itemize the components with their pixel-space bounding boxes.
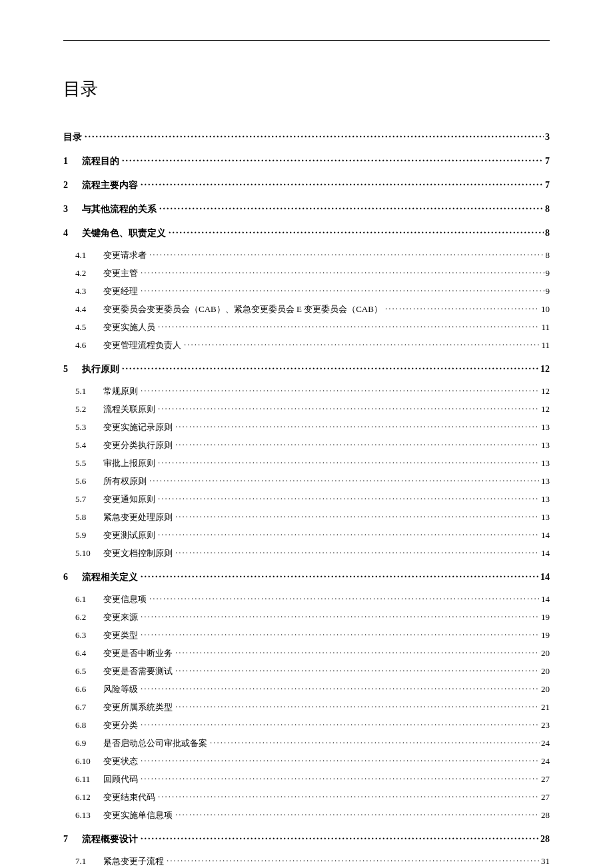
toc-entry[interactable]: 4.1变更请求者8 [63, 249, 550, 261]
toc-entry[interactable]: 5执行原则12 [63, 363, 550, 375]
toc-number: 4.4 [75, 304, 103, 315]
toc-entry[interactable]: 6.10变更状态24 [63, 755, 550, 767]
toc-page-number: 7 [544, 156, 550, 167]
toc-title: 变更分类 [103, 719, 141, 731]
toc-page-number: 24 [540, 738, 550, 749]
toc-entry[interactable]: 6.2变更来源19 [63, 611, 550, 623]
toc-entry[interactable]: 5.3变更实施记录原则13 [63, 421, 550, 433]
toc-number: 6.12 [75, 792, 103, 803]
toc-page-number: 12 [540, 404, 550, 415]
toc-leader-dots [175, 665, 540, 674]
toc-leader-dots [158, 321, 540, 330]
toc-entry[interactable]: 5.6所有权原则13 [63, 475, 550, 487]
toc-number: 4.3 [75, 286, 103, 297]
toc-page-number: 21 [540, 702, 550, 713]
toc-entry[interactable]: 5.8紧急变更处理原则13 [63, 511, 550, 523]
toc-entry[interactable]: 5.9变更测试原则14 [63, 529, 550, 541]
toc-title: 紧急变更子流程 [103, 855, 167, 867]
toc-page-number: 20 [540, 666, 550, 677]
toc-entry[interactable]: 6.8变更分类23 [63, 719, 550, 731]
toc-entry[interactable]: 3与其他流程的关系8 [63, 203, 550, 215]
toc-title: 变更委员会变更委员会（CAB）、紧急变更委员会 E 变更委员会（CAB） [103, 303, 385, 315]
toc-number: 4.5 [75, 322, 103, 333]
toc-page-number: 24 [540, 756, 550, 767]
page-title: 目录 [63, 77, 550, 101]
toc-number: 5.6 [75, 476, 103, 487]
toc-entry[interactable]: 目录3 [63, 131, 550, 143]
toc-entry[interactable]: 5.1常规原则12 [63, 385, 550, 397]
toc-number: 6.1 [75, 594, 103, 605]
toc-title: 变更实施人员 [103, 321, 158, 333]
toc-title: 变更是否中断业务 [103, 647, 175, 659]
toc-page-number: 19 [540, 612, 550, 623]
toc-leader-dots [141, 773, 540, 782]
toc-entry[interactable]: 6.12变更结束代码27 [63, 791, 550, 803]
toc-page-number: 10 [540, 304, 550, 315]
toc-entry[interactable]: 5.2流程关联原则12 [63, 403, 550, 415]
toc-entry[interactable]: 5.7变更通知原则13 [63, 493, 550, 505]
toc-page-number: 28 [539, 834, 550, 845]
toc-entry[interactable]: 6.11回顾代码27 [63, 773, 550, 785]
toc-leader-dots [141, 611, 540, 620]
toc-title: 变更分类执行原则 [103, 439, 175, 451]
toc-entry[interactable]: 6流程相关定义14 [63, 571, 550, 583]
toc-entry[interactable]: 4.5变更实施人员11 [63, 321, 550, 333]
toc-entry[interactable]: 7流程概要设计28 [63, 833, 550, 845]
toc-number: 4.2 [75, 268, 103, 279]
toc-title: 变更所属系统类型 [103, 701, 175, 713]
toc-title: 流程关联原则 [103, 403, 158, 415]
toc-title: 目录 [63, 131, 85, 143]
toc-entry[interactable]: 6.5变更是否需要测试20 [63, 665, 550, 677]
toc-entry[interactable]: 5.5审批上报原则13 [63, 457, 550, 469]
toc-leader-dots [141, 179, 544, 188]
toc-number: 6.8 [75, 720, 103, 731]
toc-page-number: 23 [540, 720, 550, 731]
toc-number: 6.7 [75, 702, 103, 713]
toc-entry[interactable]: 6.4变更是否中断业务20 [63, 647, 550, 659]
toc-entry[interactable]: 4.4变更委员会变更委员会（CAB）、紧急变更委员会 E 变更委员会（CAB）1… [63, 303, 550, 315]
toc-title: 与其他流程的关系 [82, 203, 159, 215]
toc-title: 流程相关定义 [82, 571, 141, 583]
toc-entry[interactable]: 2流程主要内容7 [63, 179, 550, 191]
toc-entry[interactable]: 4.6变更管理流程负责人11 [63, 339, 550, 351]
toc-number: 3 [63, 204, 82, 215]
toc-entry[interactable]: 1流程目的7 [63, 155, 550, 167]
toc-number: 5.8 [75, 512, 103, 523]
toc-leader-dots [175, 647, 540, 656]
toc-number: 6.10 [75, 756, 103, 767]
toc-title: 变更文档控制原则 [103, 547, 175, 559]
toc-page-number: 13 [540, 512, 550, 523]
toc-entry[interactable]: 4.3变更经理9 [63, 285, 550, 297]
toc-title: 变更实施单信息项 [103, 809, 175, 821]
toc-leader-dots [149, 249, 544, 258]
toc-leader-dots [122, 363, 539, 372]
toc-page-number: 13 [540, 458, 550, 469]
toc-page-number: 31 [540, 856, 550, 867]
toc-leader-dots [167, 855, 540, 864]
toc-entry[interactable]: 6.3变更类型19 [63, 629, 550, 641]
toc-page-number: 7 [544, 180, 550, 191]
toc-page-number: 20 [540, 684, 550, 695]
toc-number: 6.9 [75, 738, 103, 749]
toc-entry[interactable]: 6.9是否启动总公司审批或备案24 [63, 737, 550, 749]
toc-entry[interactable]: 4关键角色、职责定义8 [63, 227, 550, 239]
toc-title: 关键角色、职责定义 [82, 227, 169, 239]
toc-page-number: 12 [539, 364, 550, 375]
toc-title: 变更通知原则 [103, 493, 158, 505]
toc-page-number: 14 [540, 594, 550, 605]
toc-entry[interactable]: 4.2变更主管9 [63, 267, 550, 279]
toc-number: 5.1 [75, 386, 103, 397]
toc-entry[interactable]: 5.10变更文档控制原则14 [63, 547, 550, 559]
toc-entry[interactable]: 6.13变更实施单信息项28 [63, 809, 550, 821]
toc-title: 变更来源 [103, 611, 141, 623]
toc-title: 变更类型 [103, 629, 141, 641]
toc-entry[interactable]: 7.1紧急变更子流程31 [63, 855, 550, 867]
toc-page-number: 11 [540, 322, 550, 333]
toc-entry[interactable]: 6.1变更信息项14 [63, 593, 550, 605]
toc-number: 6.2 [75, 612, 103, 623]
toc-number: 4 [63, 228, 82, 239]
toc-entry[interactable]: 6.7变更所属系统类型21 [63, 701, 550, 713]
toc-entry[interactable]: 6.6风险等级20 [63, 683, 550, 695]
toc-entry[interactable]: 5.4变更分类执行原则13 [63, 439, 550, 451]
toc-title: 是否启动总公司审批或备案 [103, 737, 210, 749]
